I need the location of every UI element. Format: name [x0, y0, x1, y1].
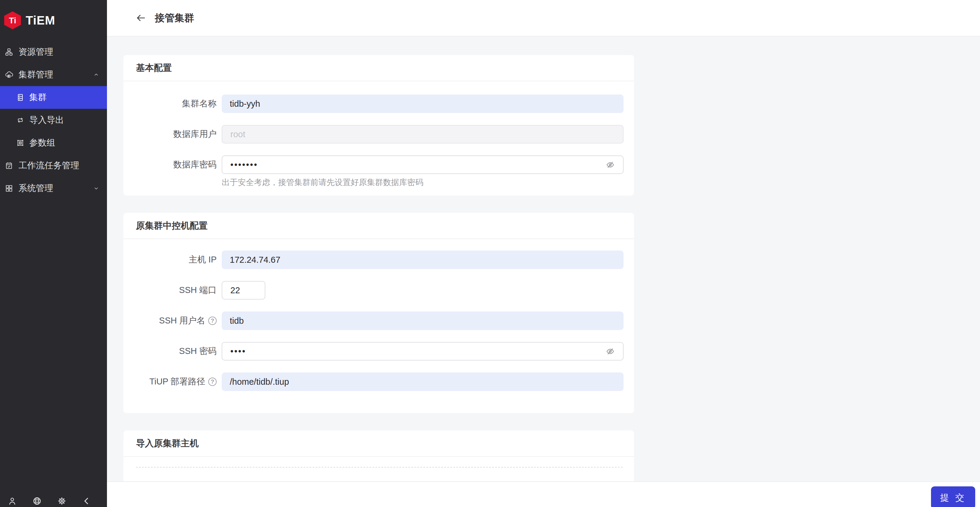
db-user-label: 数据库用户 — [123, 128, 216, 140]
bottom-action-bar: 提 交 — [107, 481, 980, 507]
db-password-label: 数据库密码 — [123, 159, 216, 171]
back-arrow-icon[interactable] — [136, 13, 146, 23]
cluster-name-field[interactable] — [222, 94, 624, 113]
sidebar-item-parameter-group[interactable]: 参数组 — [0, 132, 107, 154]
ssh-password-label: SSH 密码 — [123, 345, 216, 357]
sidebar-footer — [8, 496, 91, 506]
system-icon — [5, 184, 13, 193]
card-control-machine: 原集群中控机配置 主机 IP SSH 端口 SSH 用户 — [123, 213, 634, 413]
page-title: 接管集群 — [155, 11, 194, 25]
sidebar-item-import-export[interactable]: 导入导出 — [0, 109, 107, 132]
upload-area-top-border — [136, 467, 623, 467]
ssh-password-input[interactable] — [231, 346, 606, 356]
host-ip-input[interactable] — [230, 255, 616, 265]
sidebar-item-system[interactable]: 系统管理 — [0, 177, 107, 200]
sidebar-item-label: 资源管理 — [19, 46, 53, 58]
eye-invisible-icon[interactable] — [606, 347, 615, 356]
db-password-input[interactable] — [231, 160, 606, 170]
host-ip-field[interactable] — [222, 250, 624, 269]
help-circle-icon[interactable]: ? — [208, 317, 216, 325]
cluster-name-label: 集群名称 — [123, 98, 216, 110]
help-circle-icon[interactable]: ? — [208, 378, 216, 386]
page-header: 接管集群 — [107, 0, 980, 37]
tiup-path-label: TiUP 部署路径 ? — [123, 376, 216, 388]
sidebar: Ti TiEM 资源管理 — [0, 0, 107, 507]
sidebar-item-resources[interactable]: 资源管理 — [0, 41, 107, 63]
sidebar-item-label: 导入导出 — [29, 114, 64, 126]
section-title-import-hosts: 导入原集群主机 — [136, 437, 199, 450]
db-password-hint: 出于安全考虑，接管集群前请先设置好原集群数据库密码 — [222, 178, 624, 187]
ssh-port-label: SSH 端口 — [123, 284, 216, 296]
sidebar-item-label: 系统管理 — [19, 182, 53, 194]
chevron-down-icon[interactable] — [93, 185, 99, 191]
main-area: 接管集群 基本配置 集群名称 数据库用户 — [107, 0, 980, 507]
workflow-icon — [5, 161, 13, 170]
ssh-port-input[interactable] — [231, 285, 257, 295]
section-title-basic-config: 基本配置 — [136, 62, 172, 74]
sidebar-item-cluster[interactable]: 集群 — [0, 86, 107, 109]
ssh-user-label: SSH 用户名 ? — [123, 315, 216, 327]
sidebar-menu: 资源管理 集群管理 — [0, 41, 107, 200]
chevron-up-icon[interactable] — [93, 72, 99, 78]
sidebar-item-label: 集群 — [29, 91, 47, 104]
sidebar-item-label: 参数组 — [29, 137, 55, 149]
ssh-port-field[interactable] — [222, 281, 265, 300]
tiup-path-input[interactable] — [230, 377, 616, 387]
card-basic-config: 基本配置 集群名称 数据库用户 数据库密码 — [123, 55, 634, 196]
db-user-input — [231, 129, 615, 139]
ssh-user-field[interactable] — [222, 311, 624, 330]
logo-glyph: Ti — [9, 16, 16, 25]
db-user-field — [222, 125, 624, 143]
tiup-path-field[interactable] — [222, 373, 624, 391]
cluster-icon — [16, 93, 24, 102]
user-icon[interactable] — [8, 496, 17, 506]
db-password-field[interactable] — [222, 155, 624, 174]
brand-logo: Ti TiEM — [0, 0, 107, 41]
host-ip-label: 主机 IP — [123, 254, 216, 266]
ssh-user-input[interactable] — [230, 316, 616, 326]
submit-button[interactable]: 提 交 — [931, 486, 975, 507]
cluster-management-icon — [5, 70, 13, 79]
sidebar-item-label: 工作流任务管理 — [19, 159, 79, 172]
ssh-password-field[interactable] — [222, 342, 624, 360]
collapse-sidebar-icon[interactable] — [82, 496, 91, 506]
sidebar-item-label: 集群管理 — [19, 69, 53, 81]
parameter-group-icon — [16, 139, 24, 147]
eye-invisible-icon[interactable] — [606, 160, 615, 169]
import-export-icon — [16, 116, 24, 124]
content: 基本配置 集群名称 数据库用户 数据库密码 — [107, 37, 980, 505]
cluster-name-input[interactable] — [230, 99, 616, 109]
gear-icon[interactable] — [57, 496, 67, 506]
tiem-hexagon-logo-icon: Ti — [4, 11, 21, 29]
globe-icon[interactable] — [32, 496, 42, 506]
brand-name: TiEM — [26, 14, 55, 27]
sidebar-item-workflow[interactable]: 工作流任务管理 — [0, 154, 107, 177]
sidebar-item-cluster-management[interactable]: 集群管理 — [0, 63, 107, 86]
section-title-control-machine: 原集群中控机配置 — [136, 220, 208, 232]
resources-icon — [5, 48, 13, 56]
